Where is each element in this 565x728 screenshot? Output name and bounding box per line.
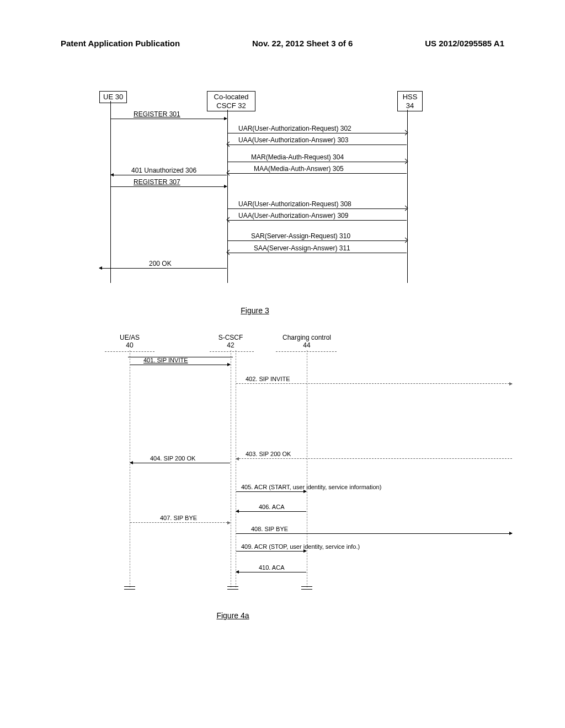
actor-cscf-line2: CSCF 32	[216, 101, 246, 110]
msg-403: 403. SIP 200 OK	[246, 451, 291, 457]
actor-scscf-line1: S-CSCF	[218, 334, 243, 341]
line-405	[236, 491, 306, 492]
msg-uaa-309: UAA(User-Authorization-Answer) 309	[238, 212, 348, 220]
lifeline-end-ueas	[124, 586, 135, 590]
msg-uar-302: UAR(User-Authorization-Request) 302	[238, 125, 351, 132]
actor-hss-line1: HSS	[403, 93, 418, 101]
line-309	[228, 220, 407, 221]
line-308	[228, 208, 407, 209]
actor-charging-line1: Charging control	[282, 334, 331, 341]
header-left: Patent Application Publication	[61, 39, 180, 48]
line-404	[130, 463, 230, 463]
line-304	[228, 162, 407, 162]
page-header: Patent Application Publication Nov. 22, …	[0, 39, 565, 48]
msg-200-ok: 200 OK	[149, 260, 172, 267]
figure-3-caption: Figure 3	[0, 306, 537, 315]
msg-409: 409. ACR (STOP, user identity, service i…	[241, 543, 360, 550]
line-311	[228, 253, 407, 253]
msg-maa-305: MAA(Media-Auth-Answer) 305	[254, 165, 344, 173]
lifeline-charging	[307, 350, 308, 587]
line-310	[228, 240, 407, 241]
actor-ueas: UE/AS 40	[113, 334, 146, 349]
cap-mid	[210, 351, 254, 352]
lifeline-end-charging	[301, 586, 312, 590]
line-305	[228, 173, 407, 174]
header-right: US 2012/0295585 A1	[425, 39, 504, 48]
actor-ueas-line2: 40	[126, 341, 133, 349]
cap-left	[105, 351, 154, 352]
figure-3-diagram: UE 30 Co-located CSCF 32 HSS 34 REGISTER…	[99, 91, 419, 284]
line-407	[130, 522, 230, 523]
msg-register-301: REGISTER 301	[134, 110, 180, 118]
msg-saa-311: SAA(Server-Assign-Answer) 311	[254, 244, 350, 252]
line-301	[111, 119, 227, 119]
msg-mar-304: MAR(Media-Auth-Request) 304	[251, 153, 344, 161]
lifeline-scscf-right	[236, 350, 237, 587]
actor-scscf: S-CSCF 42	[214, 334, 247, 349]
msg-407: 407. SIP BYE	[160, 515, 197, 521]
msg-sar-310: SAR(Server-Assign-Request) 310	[251, 232, 350, 240]
line-402	[236, 383, 512, 384]
actor-scscf-line2: 42	[227, 341, 234, 349]
cap-right	[276, 351, 337, 352]
msg-404: 404. SIP 200 OK	[150, 455, 195, 462]
line-408	[236, 533, 512, 534]
line-307	[111, 186, 227, 187]
figure-4a-caption: Figure 4a	[0, 611, 515, 620]
lifeline-ueas	[130, 350, 131, 587]
actor-charging-line2: 44	[303, 341, 310, 349]
actor-hss-line2: 34	[406, 101, 414, 110]
msg-register-307: REGISTER 307	[134, 178, 180, 186]
msg-401-unauthorized: 401 Unauthorized 306	[131, 167, 196, 174]
lifeline-cscf	[227, 110, 228, 283]
line-403	[236, 458, 512, 459]
header-center: Nov. 22, 2012 Sheet 3 of 6	[252, 39, 353, 48]
actor-charging: Charging control 44	[274, 334, 340, 349]
line-302	[228, 133, 407, 133]
line-401	[130, 365, 230, 365]
lifeline-scscf-left	[231, 350, 232, 587]
lifeline-ue	[110, 101, 111, 283]
line-410	[236, 572, 306, 572]
line-200ok	[99, 268, 227, 269]
line-306	[111, 175, 227, 175]
line-409	[236, 551, 306, 552]
figure-4a-diagram: UE/AS 40 S-CSCF 42 Charging control 44 4…	[105, 334, 519, 598]
line-406	[236, 511, 306, 512]
lifeline-hss	[407, 110, 408, 283]
msg-405: 405. ACR (START, user identity, service …	[241, 484, 381, 490]
line-303	[228, 144, 407, 145]
actor-ueas-line1: UE/AS	[120, 334, 140, 341]
actor-hss: HSS 34	[397, 91, 423, 111]
msg-406: 406. ACA	[259, 504, 284, 510]
msg-408: 408. SIP BYE	[251, 526, 288, 532]
msg-uar-308: UAR(User-Authorization-Request) 308	[238, 200, 351, 208]
actor-ue: UE 30	[99, 91, 127, 103]
actor-cscf: Co-located CSCF 32	[207, 91, 255, 111]
msg-uaa-303: UAA(User-Authorization-Answer) 303	[238, 136, 348, 144]
actor-cscf-line1: Co-located	[214, 93, 249, 101]
lifeline-end-scscf	[227, 586, 238, 590]
msg-402: 402. SIP INVITE	[246, 376, 290, 382]
msg-401: 401. SIP INVITE	[143, 357, 188, 363]
msg-410: 410. ACA	[259, 564, 284, 571]
